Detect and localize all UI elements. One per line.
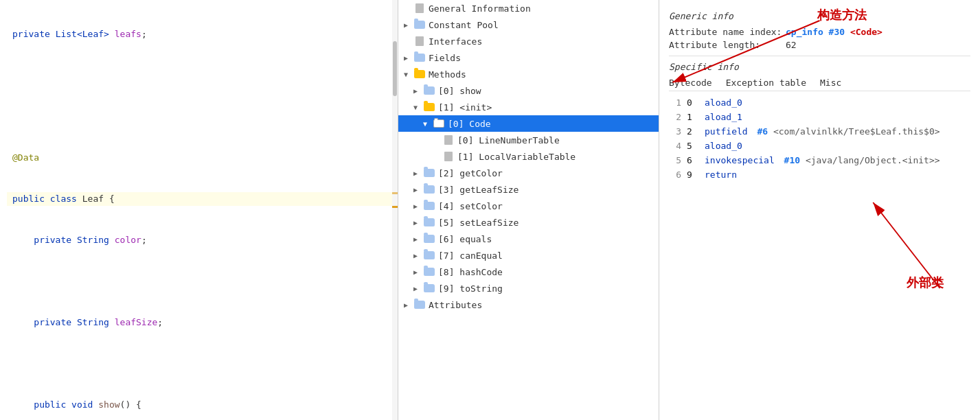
bc-linenum: 4: [669, 139, 681, 153]
tree-item-getleafsize[interactable]: ▶ [3] getLeafSize: [398, 181, 659, 198]
code-line: public void show () {: [7, 398, 398, 412]
bc-detail: <com/alvinlkk/Tree$Leaf.this$0>: [773, 124, 940, 139]
folder-icon: [423, 250, 435, 260]
specific-info-title: Specific info: [669, 62, 970, 72]
folder-icon: [423, 234, 435, 244]
plain-text: Leaf {: [77, 192, 115, 206]
tree-item-code[interactable]: ▼ [0] Code: [398, 115, 659, 132]
bc-detail: <java/lang/Object.<init>>: [806, 153, 940, 167]
tree-item-tostring[interactable]: ▶ [9] toString: [398, 280, 659, 296]
folder-icon: [423, 168, 435, 178]
method-name: show: [98, 398, 119, 412]
tree-item-label: [9] toString: [438, 283, 503, 294]
code-content: private List<Leaf> leafs ; @Data public …: [0, 0, 398, 420]
tree-item-label: [8] hashCode: [438, 267, 503, 277]
scroll-marker-2: [392, 206, 398, 208]
plain-text: [50, 27, 56, 41]
keyword: public: [34, 398, 66, 412]
folder-icon: [423, 218, 435, 227]
plain-text: [45, 192, 50, 206]
arrow-icon: ▶: [404, 54, 413, 62]
indent: [12, 316, 34, 329]
tree-item-setcolor[interactable]: ▶ [4] setColor: [398, 198, 659, 214]
attr-name-val[interactable]: cp_info #30: [786, 27, 845, 37]
keyword: class: [50, 192, 77, 206]
tree-item-fields[interactable]: ▶ Fields: [398, 49, 659, 66]
bc-instr: aload_0: [705, 95, 742, 110]
attr-name-type: <Code>: [850, 27, 882, 37]
tree-item-label: [0] Code: [448, 119, 491, 129]
bc-linenum: 3: [669, 124, 681, 139]
folder-icon: [413, 69, 426, 79]
attr-name-row: Attribute name index: cp_info #30 <Code>: [669, 27, 970, 37]
tree-item-attributes[interactable]: ▶ Attributes: [398, 296, 659, 313]
tree-item-constant-pool[interactable]: ▶ Constant Pool: [398, 16, 659, 33]
field-name: color: [115, 233, 141, 247]
indent: [12, 398, 34, 412]
tree-item-label: [0] LineNumberTable: [457, 135, 560, 145]
tree-item-getcolor[interactable]: ▶ [2] getColor: [398, 165, 659, 181]
bc-offset: 2: [687, 124, 700, 139]
bc-offset: 0: [687, 95, 700, 110]
code-line: [7, 110, 398, 124]
arrow-icon: ▼: [413, 104, 423, 111]
tab-exception-table[interactable]: Exception table: [726, 78, 806, 91]
tree-item-label: Attributes: [429, 300, 482, 310]
code-line: [7, 275, 398, 288]
bc-offset: 5: [687, 139, 700, 153]
folder-icon: [423, 86, 435, 95]
tree-panel[interactable]: General Information ▶ Constant Pool Inte…: [398, 0, 659, 420]
tab-bytecode[interactable]: Bytecode: [669, 78, 712, 91]
keyword: void: [71, 398, 93, 412]
bc-linenum: 6: [669, 167, 681, 182]
arrow-icon: ▶: [404, 301, 413, 309]
scroll-thumb[interactable]: [393, 41, 397, 96]
tree-item-label: [5] setLeafSize: [438, 218, 519, 228]
bc-ref[interactable]: #10: [784, 153, 800, 167]
tree-item-equals[interactable]: ▶ [6] equals: [398, 231, 659, 247]
tree-item-canequal[interactable]: ▶ [7] canEqual: [398, 247, 659, 264]
code-line: [7, 357, 398, 371]
plain-text: [109, 316, 115, 329]
tree-item-label: [1] <init>: [438, 102, 492, 113]
code-line-highlighted: public class Leaf {: [7, 192, 398, 206]
bc-ref[interactable]: #6: [757, 124, 768, 139]
type: String: [77, 233, 109, 247]
tab-misc[interactable]: Misc: [820, 78, 841, 91]
arrow-icon: ▶: [413, 202, 423, 210]
tree-item-linenumbertable[interactable]: [0] LineNumberTable: [398, 132, 659, 148]
plain-text: ;: [141, 233, 147, 247]
type: List<Leaf>: [56, 27, 109, 41]
tree-item-general-info[interactable]: General Information: [398, 0, 659, 16]
tree-item-label: [6] equals: [438, 234, 492, 244]
scroll-bar[interactable]: [392, 0, 398, 420]
tree-item-hashcode[interactable]: ▶ [8] hashCode: [398, 264, 659, 280]
tree-item-setleafsize[interactable]: ▶ [5] setLeafSize: [398, 214, 659, 231]
tree-item-show[interactable]: ▶ [0] show: [398, 82, 659, 99]
bc-linenum: 5: [669, 153, 681, 167]
file-icon: [413, 3, 426, 13]
bc-row-1: 1 0 aload_0: [669, 95, 970, 110]
plain-text: [109, 233, 115, 247]
bc-instr: aload_1: [705, 110, 742, 124]
code-line: [7, 69, 398, 82]
tree-item-methods[interactable]: ▼ Methods: [398, 66, 659, 82]
arrow-icon: ▶: [404, 21, 413, 29]
arrow-icon: ▼: [404, 71, 413, 78]
folder-icon: [423, 102, 435, 112]
bc-instr: aload_0: [705, 139, 742, 153]
tree-item-label: [2] getColor: [438, 168, 503, 178]
tree-item-interfaces[interactable]: Interfaces: [398, 33, 659, 49]
tree-item-label: [1] LocalVariableTable: [457, 152, 576, 162]
bc-row-2: 2 1 aload_1: [669, 110, 970, 124]
indent: [12, 233, 34, 247]
attr-name-label: Attribute name index:: [669, 27, 786, 37]
field-name: leafSize: [115, 316, 158, 329]
annotation: @Data: [12, 151, 39, 165]
folder-icon: [423, 283, 435, 293]
tree-item-label: [7] canEqual: [438, 250, 503, 261]
file-icon: [442, 152, 455, 161]
tree-item-init[interactable]: ▼ [1] <init>: [398, 99, 659, 115]
folder-icon: [413, 20, 426, 30]
tree-item-localvariabletable[interactable]: [1] LocalVariableTable: [398, 148, 659, 165]
